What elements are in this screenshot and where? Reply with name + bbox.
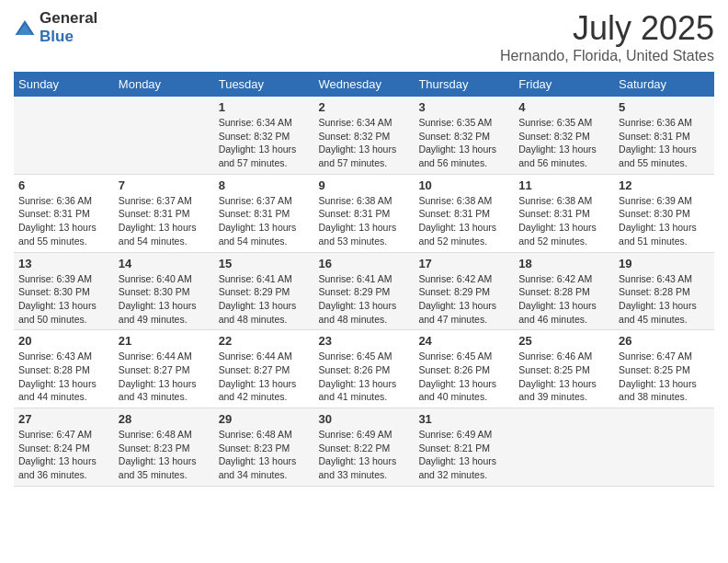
calendar-cell: 3Sunrise: 6:35 AM Sunset: 8:32 PM Daylig… (414, 97, 514, 174)
day-number: 10 (418, 178, 509, 192)
day-info: Sunrise: 6:34 AM Sunset: 8:32 PM Dayligh… (319, 116, 410, 170)
calendar-cell: 18Sunrise: 6:42 AM Sunset: 8:28 PM Dayli… (514, 252, 614, 330)
main-title: July 2025 (500, 9, 714, 48)
weekday-header-friday: Friday (514, 72, 614, 97)
calendar-cell: 22Sunrise: 6:44 AM Sunset: 8:27 PM Dayli… (214, 330, 314, 408)
logo-general: General (40, 9, 97, 27)
weekday-header-tuesday: Tuesday (214, 72, 314, 97)
calendar-cell: 11Sunrise: 6:38 AM Sunset: 8:31 PM Dayli… (514, 174, 614, 252)
day-number: 22 (219, 334, 310, 348)
calendar-cell: 4Sunrise: 6:35 AM Sunset: 8:32 PM Daylig… (514, 97, 614, 174)
calendar-cell: 5Sunrise: 6:36 AM Sunset: 8:31 PM Daylig… (614, 97, 714, 174)
day-number: 13 (18, 257, 109, 270)
calendar-cell: 25Sunrise: 6:46 AM Sunset: 8:25 PM Dayli… (514, 330, 614, 408)
day-info: Sunrise: 6:44 AM Sunset: 8:27 PM Dayligh… (119, 350, 210, 404)
day-number: 4 (518, 100, 609, 114)
calendar-cell: 30Sunrise: 6:49 AM Sunset: 8:22 PM Dayli… (314, 408, 415, 487)
day-number: 9 (319, 178, 410, 192)
calendar-cell: 19Sunrise: 6:43 AM Sunset: 8:28 PM Dayli… (614, 252, 714, 330)
title-area: July 2025 Hernando, Florida, United Stat… (500, 9, 714, 64)
weekday-header-row: SundayMondayTuesdayWednesdayThursdayFrid… (14, 72, 714, 97)
calendar-cell: 6Sunrise: 6:36 AM Sunset: 8:31 PM Daylig… (14, 174, 114, 252)
calendar-cell: 16Sunrise: 6:41 AM Sunset: 8:29 PM Dayli… (314, 252, 415, 330)
day-number: 19 (619, 257, 710, 270)
calendar-cell (14, 97, 114, 174)
day-number: 21 (119, 334, 210, 348)
calendar-table: SundayMondayTuesdayWednesdayThursdayFrid… (14, 72, 714, 487)
day-info: Sunrise: 6:40 AM Sunset: 8:30 PM Dayligh… (119, 272, 210, 327)
calendar-cell: 7Sunrise: 6:37 AM Sunset: 8:31 PM Daylig… (114, 174, 214, 252)
page-header: General Blue July 2025 Hernando, Florida… (14, 9, 714, 64)
day-info: Sunrise: 6:36 AM Sunset: 8:31 PM Dayligh… (619, 116, 710, 170)
day-number: 27 (18, 412, 109, 426)
logo-icon (14, 17, 36, 39)
day-info: Sunrise: 6:39 AM Sunset: 8:30 PM Dayligh… (18, 272, 109, 327)
calendar-cell: 14Sunrise: 6:40 AM Sunset: 8:30 PM Dayli… (114, 252, 214, 330)
day-info: Sunrise: 6:35 AM Sunset: 8:32 PM Dayligh… (518, 116, 609, 170)
day-info: Sunrise: 6:35 AM Sunset: 8:32 PM Dayligh… (418, 116, 509, 170)
day-info: Sunrise: 6:49 AM Sunset: 8:21 PM Dayligh… (418, 428, 509, 482)
day-number: 2 (319, 100, 410, 114)
calendar-cell: 9Sunrise: 6:38 AM Sunset: 8:31 PM Daylig… (314, 174, 415, 252)
weekday-header-wednesday: Wednesday (314, 72, 415, 97)
calendar-cell: 2Sunrise: 6:34 AM Sunset: 8:32 PM Daylig… (314, 97, 415, 174)
day-number: 12 (619, 178, 710, 192)
day-number: 18 (518, 257, 609, 270)
calendar-cell: 10Sunrise: 6:38 AM Sunset: 8:31 PM Dayli… (414, 174, 514, 252)
day-number: 3 (418, 100, 509, 114)
day-number: 23 (319, 334, 410, 348)
day-number: 28 (119, 412, 210, 426)
day-info: Sunrise: 6:46 AM Sunset: 8:25 PM Dayligh… (518, 350, 609, 404)
day-info: Sunrise: 6:45 AM Sunset: 8:26 PM Dayligh… (319, 350, 410, 404)
calendar-cell: 23Sunrise: 6:45 AM Sunset: 8:26 PM Dayli… (314, 330, 415, 408)
day-number: 25 (518, 334, 609, 348)
week-row-1: 1Sunrise: 6:34 AM Sunset: 8:32 PM Daylig… (14, 97, 714, 174)
week-row-5: 27Sunrise: 6:47 AM Sunset: 8:24 PM Dayli… (14, 408, 714, 487)
calendar-cell: 29Sunrise: 6:48 AM Sunset: 8:23 PM Dayli… (214, 408, 314, 487)
day-info: Sunrise: 6:38 AM Sunset: 8:31 PM Dayligh… (319, 194, 410, 248)
day-number: 30 (319, 412, 410, 426)
day-number: 24 (418, 334, 509, 348)
day-info: Sunrise: 6:41 AM Sunset: 8:29 PM Dayligh… (319, 272, 410, 327)
day-info: Sunrise: 6:49 AM Sunset: 8:22 PM Dayligh… (319, 428, 410, 482)
day-info: Sunrise: 6:37 AM Sunset: 8:31 PM Dayligh… (219, 194, 310, 248)
day-number: 1 (219, 100, 310, 114)
calendar-cell (114, 97, 214, 174)
day-info: Sunrise: 6:37 AM Sunset: 8:31 PM Dayligh… (119, 194, 210, 248)
calendar-cell: 20Sunrise: 6:43 AM Sunset: 8:28 PM Dayli… (14, 330, 114, 408)
day-number: 14 (119, 257, 210, 270)
calendar-cell: 15Sunrise: 6:41 AM Sunset: 8:29 PM Dayli… (214, 252, 314, 330)
day-number: 16 (319, 257, 410, 270)
day-number: 17 (418, 257, 509, 270)
week-row-3: 13Sunrise: 6:39 AM Sunset: 8:30 PM Dayli… (14, 252, 714, 330)
day-info: Sunrise: 6:43 AM Sunset: 8:28 PM Dayligh… (619, 272, 710, 327)
day-number: 7 (119, 178, 210, 192)
day-info: Sunrise: 6:39 AM Sunset: 8:30 PM Dayligh… (619, 194, 710, 248)
week-row-2: 6Sunrise: 6:36 AM Sunset: 8:31 PM Daylig… (14, 174, 714, 252)
day-info: Sunrise: 6:43 AM Sunset: 8:28 PM Dayligh… (18, 350, 109, 404)
calendar-cell: 24Sunrise: 6:45 AM Sunset: 8:26 PM Dayli… (414, 330, 514, 408)
day-info: Sunrise: 6:38 AM Sunset: 8:31 PM Dayligh… (418, 194, 509, 248)
day-number: 6 (18, 178, 109, 192)
day-info: Sunrise: 6:48 AM Sunset: 8:23 PM Dayligh… (219, 428, 310, 482)
calendar-cell (514, 408, 614, 487)
day-info: Sunrise: 6:48 AM Sunset: 8:23 PM Dayligh… (119, 428, 210, 482)
day-number: 20 (18, 334, 109, 348)
logo-blue: Blue (40, 28, 74, 45)
calendar-cell: 13Sunrise: 6:39 AM Sunset: 8:30 PM Dayli… (14, 252, 114, 330)
logo: General Blue (14, 9, 97, 46)
calendar-cell: 26Sunrise: 6:47 AM Sunset: 8:25 PM Dayli… (614, 330, 714, 408)
day-info: Sunrise: 6:34 AM Sunset: 8:32 PM Dayligh… (219, 116, 310, 170)
day-info: Sunrise: 6:47 AM Sunset: 8:24 PM Dayligh… (18, 428, 109, 482)
day-number: 15 (219, 257, 310, 270)
calendar-cell: 21Sunrise: 6:44 AM Sunset: 8:27 PM Dayli… (114, 330, 214, 408)
day-info: Sunrise: 6:42 AM Sunset: 8:29 PM Dayligh… (418, 272, 509, 327)
day-number: 26 (619, 334, 710, 348)
day-number: 5 (619, 100, 710, 114)
day-info: Sunrise: 6:38 AM Sunset: 8:31 PM Dayligh… (518, 194, 609, 248)
day-number: 29 (219, 412, 310, 426)
week-row-4: 20Sunrise: 6:43 AM Sunset: 8:28 PM Dayli… (14, 330, 714, 408)
day-info: Sunrise: 6:42 AM Sunset: 8:28 PM Dayligh… (518, 272, 609, 327)
day-number: 8 (219, 178, 310, 192)
calendar-cell: 17Sunrise: 6:42 AM Sunset: 8:29 PM Dayli… (414, 252, 514, 330)
